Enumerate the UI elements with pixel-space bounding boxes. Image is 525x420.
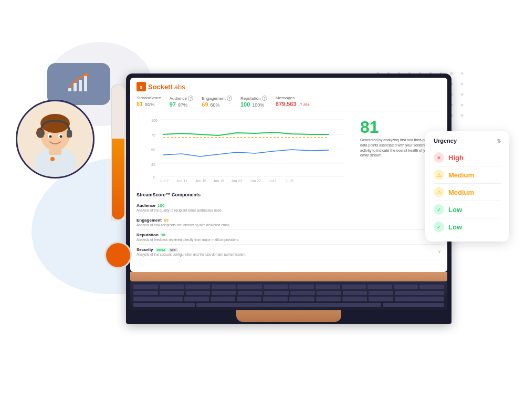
urgency-item-low-2[interactable]: ✓ Low	[434, 218, 501, 235]
metric-engagement-label: Engagement ?	[202, 96, 232, 101]
urgency-medium2-label: Medium	[448, 188, 474, 196]
svg-point-60	[60, 135, 62, 138]
component-row-audience[interactable]: Audience 100 Analysis of the quality of …	[136, 201, 441, 215]
key	[316, 297, 341, 301]
key	[289, 297, 314, 301]
svg-point-17	[461, 83, 464, 86]
key	[263, 297, 288, 301]
key	[212, 291, 236, 296]
svg-rect-48	[84, 76, 87, 91]
laptop: S SocketLabs StreamScore 81 91%	[126, 74, 452, 324]
key	[395, 297, 444, 301]
svg-point-44	[461, 114, 464, 117]
key	[237, 285, 262, 289]
urgency-item-high[interactable]: ✕ High	[434, 149, 501, 166]
spf-badge: SPF	[169, 248, 178, 252]
svg-text:0: 0	[153, 175, 155, 179]
component-security-name: Security DKIM SPF	[136, 247, 246, 252]
key	[186, 291, 211, 296]
keyboard-row-3	[133, 297, 444, 301]
logo-text: SocketLabs	[148, 83, 185, 91]
urgency-medium1-icon: ⚠	[434, 170, 444, 180]
laptop-screen: S SocketLabs StreamScore 81 91%	[130, 78, 447, 272]
svg-rect-47	[79, 80, 82, 91]
key	[212, 285, 236, 289]
key	[133, 291, 158, 296]
svg-text:Jun 7: Jun 7	[160, 179, 169, 183]
component-engagement-desc: Analysis of how recipients are interacti…	[136, 223, 230, 227]
urgency-medium2-icon: ⚠	[434, 187, 444, 197]
laptop-base	[130, 272, 447, 281]
thermo-tube	[111, 84, 125, 220]
component-audience-left: Audience 100 Analysis of the quality of …	[136, 203, 222, 212]
metric-streamscore-sub: 91%	[145, 102, 154, 107]
screen-header: S SocketLabs	[136, 82, 441, 91]
key	[316, 285, 340, 289]
character-avatar	[16, 100, 94, 178]
urgency-low2-icon: ✓	[434, 222, 444, 232]
dkim-badge: DKIM	[155, 248, 166, 252]
metric-reputation-sub: 100%	[252, 102, 264, 108]
key	[238, 291, 262, 296]
metric-messages-change: -7.8%	[299, 102, 310, 107]
urgency-high-label: High	[448, 154, 464, 162]
components-section: StreamScore™ Components Audience 100 Ana…	[130, 189, 447, 261]
key	[394, 285, 418, 289]
metric-audience-sub: 97%	[178, 102, 187, 108]
audience-info-icon[interactable]: ?	[188, 96, 193, 101]
urgency-high-icon: ✕	[434, 152, 444, 163]
reputation-info-icon[interactable]: ?	[262, 96, 267, 101]
metric-messages-value: 879,563	[276, 101, 297, 107]
urgency-low1-label: Low	[448, 206, 462, 214]
key	[369, 297, 393, 301]
svg-text:Jul 1: Jul 1	[269, 179, 277, 183]
key	[419, 285, 444, 289]
component-reputation-score: 98	[161, 233, 165, 237]
urgency-item-medium-2[interactable]: ⚠ Medium	[434, 184, 501, 201]
urgency-item-low-1[interactable]: ✓ Low	[434, 201, 501, 218]
metric-audience: Audience ? 97 97%	[170, 96, 194, 108]
svg-point-8	[461, 72, 464, 75]
svg-text:Jun 23: Jun 23	[231, 179, 242, 183]
component-row-security[interactable]: Security DKIM SPF Analysis of the accoun…	[136, 245, 441, 259]
metric-streamscore: StreamScore 81 91%	[136, 96, 161, 108]
key	[237, 297, 261, 301]
svg-text:75: 75	[151, 133, 155, 137]
key	[160, 291, 184, 296]
engagement-info-icon[interactable]: ?	[227, 96, 232, 101]
component-reputation-desc: Analysis of feedback received directly f…	[136, 238, 239, 242]
metrics-row: StreamScore 81 91% Audience ? 97	[136, 96, 441, 111]
urgency-item-medium-1[interactable]: ⚠ Medium	[434, 166, 501, 184]
component-reputation-left: Reputation 98 Analysis of feedback recei…	[136, 233, 239, 242]
key	[369, 291, 393, 296]
svg-text:Jun 19: Jun 19	[213, 179, 224, 183]
metric-messages: Messages 879,563 -7.8%	[276, 96, 310, 108]
svg-point-26	[461, 93, 464, 96]
metric-messages-label: Messages	[276, 96, 310, 100]
chart-icon	[66, 71, 91, 97]
urgency-sort-icon[interactable]: ⇅	[497, 138, 501, 144]
component-row-engagement[interactable]: Engagement 69 Analysis of how recipients…	[136, 215, 441, 230]
key	[211, 297, 235, 301]
components-title: StreamScore™ Components	[136, 192, 441, 197]
metric-audience-label: Audience ?	[170, 96, 194, 101]
svg-text:100: 100	[151, 119, 158, 122]
metric-engagement-sub: 60%	[211, 102, 220, 108]
key-spacebar	[196, 303, 381, 308]
screen-content: S SocketLabs StreamScore 81 91%	[130, 78, 447, 189]
component-engagement-name: Engagement 69	[136, 218, 230, 223]
laptop-keyboard	[130, 281, 447, 310]
urgency-title: Urgency	[434, 138, 457, 144]
component-row-reputation[interactable]: Reputation 98 Analysis of feedback recei…	[136, 230, 441, 245]
component-engagement-left: Engagement 69 Analysis of how recipients…	[136, 218, 230, 227]
svg-point-63	[50, 157, 55, 161]
thermo-bulb	[104, 242, 132, 269]
svg-rect-61	[38, 130, 44, 138]
keyboard-row-4	[133, 303, 444, 308]
key	[160, 285, 184, 289]
key	[133, 285, 158, 289]
svg-text:Jun 27: Jun 27	[250, 179, 261, 183]
svg-rect-46	[74, 83, 77, 91]
key	[317, 291, 341, 296]
component-audience-desc: Analysis of the quality of recipient ema…	[136, 208, 222, 212]
